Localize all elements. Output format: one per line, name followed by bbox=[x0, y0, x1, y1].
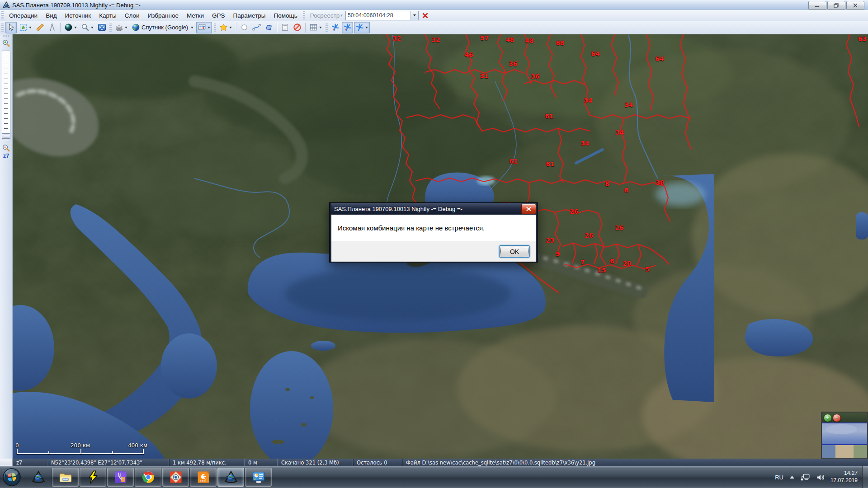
status-elevation: 0 м bbox=[245, 459, 278, 466]
toolbar-grip[interactable] bbox=[326, 23, 328, 32]
minimap-south-strip bbox=[822, 444, 867, 458]
toolbar-grip[interactable] bbox=[1, 11, 4, 19]
ruler-tool-button[interactable] bbox=[34, 22, 46, 33]
rosreestr-label[interactable]: Росреестр bbox=[310, 12, 340, 19]
menu-item-settings[interactable]: Параметры bbox=[229, 11, 270, 20]
zoom-in-icon[interactable] bbox=[2, 39, 10, 47]
ok-button[interactable]: OK bbox=[499, 245, 530, 258]
menu-item-gps[interactable]: GPS bbox=[208, 11, 229, 20]
add-placemark-button[interactable] bbox=[239, 22, 250, 33]
toolbar-grip[interactable] bbox=[109, 23, 112, 32]
chevron-down-icon[interactable] bbox=[229, 27, 232, 28]
menu-item-placemarks[interactable]: Метки bbox=[183, 11, 208, 20]
taskbar-sas-planet-pinned[interactable] bbox=[25, 468, 51, 486]
show-desktop-button[interactable] bbox=[862, 466, 868, 488]
cache-mode-button[interactable] bbox=[113, 22, 129, 33]
start-button[interactable] bbox=[2, 468, 21, 487]
zoom-slider[interactable] bbox=[2, 51, 10, 140]
panel-grip[interactable] bbox=[3, 35, 9, 37]
favorites-button-button[interactable] bbox=[218, 22, 234, 33]
chevron-down-icon[interactable] bbox=[125, 27, 127, 28]
menu-item-view[interactable]: Вид bbox=[42, 11, 61, 20]
gps-icon bbox=[343, 23, 352, 32]
goto-tool-button[interactable] bbox=[63, 22, 79, 33]
window-title: SAS.Планета 190709.10013 Nightly -= Debu… bbox=[12, 2, 141, 9]
toolbar-grip[interactable] bbox=[1, 23, 4, 32]
add-polygon-button[interactable] bbox=[263, 22, 274, 33]
rosreestr-dropdown-icon[interactable]: ▾ bbox=[340, 13, 343, 18]
zoom-slider-handle[interactable] bbox=[2, 133, 10, 139]
close-button[interactable] bbox=[846, 1, 864, 10]
taskbar-foxit-pdf[interactable]: PDF bbox=[190, 468, 217, 487]
scale-tick bbox=[143, 449, 144, 454]
taskbar-purple-app[interactable] bbox=[107, 468, 134, 487]
chevron-down-icon[interactable] bbox=[91, 27, 94, 28]
chevron-down-icon[interactable] bbox=[191, 27, 193, 28]
restore-button[interactable] bbox=[827, 1, 845, 10]
network-icon[interactable] bbox=[801, 473, 811, 481]
pan-tool-button[interactable] bbox=[5, 22, 17, 33]
hide-placemarks-button[interactable] bbox=[292, 22, 303, 33]
menu-item-maps[interactable]: Карты bbox=[95, 11, 120, 20]
chevron-down-icon[interactable] bbox=[74, 27, 77, 28]
status-remaining: Осталось 0 bbox=[353, 459, 402, 466]
menu-item-operations[interactable]: Операции bbox=[5, 11, 42, 20]
rosreestr-search-input[interactable]: 50:04:0060104:28 bbox=[345, 11, 419, 20]
gps-follow-button[interactable] bbox=[354, 22, 370, 33]
layer-select-button[interactable] bbox=[196, 22, 212, 33]
scale-tick bbox=[80, 449, 81, 454]
language-indicator[interactable]: RU bbox=[775, 474, 783, 481]
dialog-titlebar[interactable]: SAS.Планета 190709.10013 Nightly -= Debu… bbox=[331, 203, 536, 215]
chevron-down-icon[interactable] bbox=[365, 27, 368, 28]
overview-minimap[interactable]: + − bbox=[821, 412, 868, 459]
selection-tool-button[interactable] bbox=[18, 22, 33, 33]
ruler-icon bbox=[36, 23, 44, 32]
taskbar-control-panel[interactable] bbox=[245, 468, 272, 487]
taskbar-chrome[interactable] bbox=[135, 468, 161, 487]
toolbar-grip[interactable] bbox=[214, 23, 216, 32]
add-path-button[interactable] bbox=[251, 22, 262, 33]
minimap-viewport-rect[interactable] bbox=[822, 422, 867, 445]
chevron-down-icon[interactable] bbox=[319, 27, 322, 28]
dialog-close-button[interactable] bbox=[521, 204, 536, 214]
minimap-zoom-out-button[interactable]: − bbox=[833, 414, 841, 422]
placemark-manager-button[interactable] bbox=[279, 22, 291, 33]
toolbar-grip[interactable] bbox=[303, 11, 305, 19]
taskbar-explorer[interactable] bbox=[52, 468, 79, 487]
map-source-button[interactable]: Спутник (Google) bbox=[130, 22, 195, 33]
status-coordinates: N52°23'20,4398" E27°12'07,7343" bbox=[47, 459, 169, 466]
taskbar-sas-planet-running[interactable] bbox=[217, 468, 244, 487]
zoom-out-icon[interactable] bbox=[2, 144, 10, 152]
menu-item-source[interactable]: Источник bbox=[61, 11, 95, 20]
volume-icon[interactable] bbox=[816, 474, 825, 481]
menu-item-help[interactable]: Помощь bbox=[270, 11, 302, 20]
status-bar: z7N52°23'20,4398" E27°12'07,7343"1 км 49… bbox=[0, 459, 868, 466]
sas-icon bbox=[32, 470, 45, 484]
chevron-down-icon[interactable] bbox=[208, 27, 210, 28]
menu-item-favorites[interactable]: Избранное bbox=[144, 11, 183, 20]
region-code-64: 64 bbox=[656, 55, 664, 62]
minimize-button[interactable] bbox=[808, 1, 826, 10]
minimap-zoom-in-button[interactable]: + bbox=[824, 414, 832, 422]
grid-select-button[interactable] bbox=[308, 22, 324, 33]
taskbar-lightning-app[interactable] bbox=[80, 468, 106, 487]
rosreestr-combo-button[interactable] bbox=[410, 11, 418, 20]
taskbar-faststone-viewer[interactable] bbox=[162, 468, 189, 487]
magnifier-icon bbox=[81, 23, 90, 32]
dialog-body: Искомая комбинация на карте не встречает… bbox=[331, 215, 536, 241]
gps-connect-button[interactable] bbox=[330, 22, 341, 33]
region-code-26: 26 bbox=[615, 224, 624, 231]
gps-track-button[interactable] bbox=[342, 22, 353, 33]
distance-tool-button[interactable] bbox=[47, 22, 58, 33]
clock[interactable]: 14:27 17.07.2019 bbox=[830, 470, 858, 484]
menu-bar: ОперацииВидИсточникКартыСлоиИзбранноеМет… bbox=[0, 10, 868, 21]
rosreestr-search-value[interactable]: 50:04:0060104:28 bbox=[346, 12, 410, 19]
window-titlebar: SAS.Планета 190709.10013 Nightly -= Debu… bbox=[0, 0, 868, 10]
menu-item-layers[interactable]: Слои bbox=[121, 11, 144, 20]
search-tool-button[interactable] bbox=[80, 22, 95, 33]
fullscreen-button-button[interactable] bbox=[96, 22, 108, 33]
region-code-5: 5 bbox=[645, 266, 649, 273]
tray-expand-icon[interactable] bbox=[790, 476, 794, 479]
rosreestr-clear-button[interactable] bbox=[421, 12, 429, 19]
chevron-down-icon[interactable] bbox=[29, 27, 32, 28]
